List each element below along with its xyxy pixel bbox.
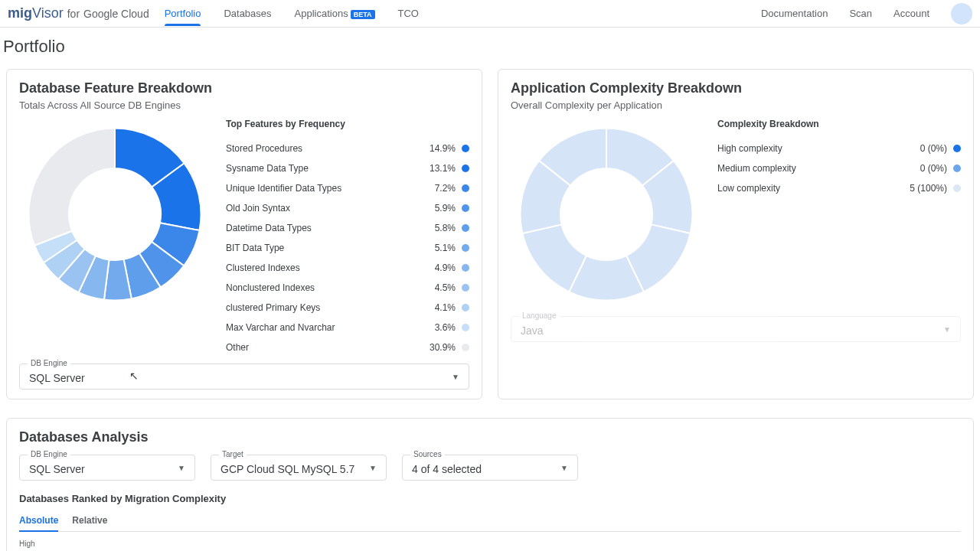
tab-relative[interactable]: Relative	[72, 510, 107, 531]
nav-databases[interactable]: Databases	[224, 2, 271, 25]
filter-value: GCP Cloud SQL MySQL 5.7	[220, 463, 354, 475]
filter-target[interactable]: Target GCP Cloud SQL MySQL 5.7 ▼	[211, 455, 387, 481]
legend-row: Clustered Indexes4.9%	[226, 258, 469, 278]
chevron-down-icon: ▼	[560, 464, 568, 472]
legend-label: Nonclustered Indexes	[226, 282, 435, 293]
legend-row: High complexity0 (0%)	[717, 139, 961, 158]
chevron-down-icon: ▼	[369, 464, 377, 472]
legend-row: Medium complexity0 (0%)	[717, 158, 961, 178]
legend-label: Datetime Data Types	[226, 223, 435, 233]
nav-tco[interactable]: TCO	[398, 2, 419, 25]
feature-legend-title: Top Features by Frequency	[226, 119, 469, 129]
select-value: Java	[521, 324, 544, 337]
legend-pct: 5.1%	[435, 243, 456, 253]
legend-dot	[953, 145, 961, 152]
complexity-legend-title: Complexity Breakdown	[717, 119, 961, 129]
chevron-down-icon: ▼	[452, 373, 459, 381]
legend-label: Unique Identifier Data Types	[226, 183, 435, 194]
page: Portfolio Database Feature Breakdown Tot…	[0, 28, 980, 551]
nav-documentation[interactable]: Documentation	[761, 8, 828, 19]
chevron-down-icon: ▼	[178, 464, 185, 472]
nav-scan[interactable]: Scan	[849, 8, 872, 19]
legend-label: High complexity	[717, 143, 920, 154]
legend-pct: 0 (0%)	[920, 143, 947, 154]
legend-label: Old Join Syntax	[226, 203, 435, 214]
complexity-legend: Complexity Breakdown High complexity0 (0…	[717, 119, 961, 310]
legend-dot	[462, 244, 469, 252]
legend-row: Max Varchar and Nvarchar3.6%	[226, 318, 469, 337]
tabs: Absolute Relative	[19, 510, 961, 532]
legend-label: Medium complexity	[717, 163, 920, 174]
legend-row: Unique Identifier Data Types7.2%	[226, 178, 469, 198]
legend-pct: 7.2%	[435, 183, 456, 194]
complexity-card-title: Application Complexity Breakdown	[511, 80, 961, 96]
legend-pct: 13.1%	[430, 163, 456, 174]
page-title: Portfolio	[3, 37, 974, 57]
legend-label: Low complexity	[717, 183, 910, 194]
legend-dot	[462, 145, 469, 152]
legend-label: clustered Primary Keys	[226, 302, 435, 313]
analysis-section: Databases Analysis DB Engine SQL Server …	[6, 418, 974, 551]
logo-google: Google Cloud	[83, 8, 149, 20]
filter-label: Target	[219, 450, 247, 458]
legend-row: Stored Procedures14.9%	[226, 139, 469, 158]
nav-right: Documentation Scan Account	[761, 3, 972, 24]
filter-label: DB Engine	[28, 450, 70, 458]
chevron-down-icon: ▼	[943, 325, 951, 334]
legend-row: BIT Data Type5.1%	[226, 238, 469, 258]
legend-row: Old Join Syntax5.9%	[226, 198, 469, 218]
complexity-language-select[interactable]: Language Java ▼	[511, 316, 961, 342]
legend-row: Low complexity5 (100%)	[717, 178, 961, 198]
beta-badge: BETA	[351, 10, 375, 19]
logo-for: for	[67, 8, 80, 20]
avatar[interactable]	[951, 3, 972, 24]
legend-dot	[462, 204, 469, 212]
legend-label: Max Varchar and Nvarchar	[226, 322, 435, 333]
legend-pct: 5.8%	[435, 223, 456, 233]
logo-mig: mig	[8, 5, 32, 21]
feature-card-title: Database Feature Breakdown	[19, 80, 469, 96]
top-nav: migVisor for Google Cloud Portfolio Data…	[0, 0, 980, 28]
filter-engine[interactable]: DB Engine SQL Server ▼	[19, 455, 195, 481]
legend-label: Clustered Indexes	[226, 262, 435, 273]
legend-dot	[462, 344, 469, 351]
filter-sources[interactable]: Sources 4 of 4 selected ▼	[402, 455, 578, 481]
filters-row: DB Engine SQL Server ▼ Target GCP Cloud …	[19, 455, 961, 481]
filter-value: 4 of 4 selected	[412, 463, 482, 475]
complexity-donut	[511, 119, 702, 310]
legend-pct: 4.1%	[435, 302, 456, 313]
legend-row: clustered Primary Keys4.1%	[226, 298, 469, 318]
legend-dot	[462, 264, 469, 272]
complexity-card: Application Complexity Breakdown Overall…	[498, 69, 974, 399]
legend-pct: 5 (100%)	[910, 183, 947, 194]
nav-applications-label: Applications	[295, 8, 348, 19]
legend-dot	[462, 304, 469, 311]
nav-applications[interactable]: ApplicationsBETA	[295, 2, 375, 25]
legend-dot	[462, 284, 469, 292]
nav-portfolio[interactable]: Portfolio	[165, 2, 201, 25]
legend-label: Sysname Data Type	[226, 163, 430, 174]
feature-legend: Top Features by Frequency Stored Procedu…	[226, 119, 469, 357]
feature-donut	[19, 119, 211, 310]
tab-absolute[interactable]: Absolute	[19, 510, 58, 532]
feature-card-subtitle: Totals Across All Source DB Engines	[19, 99, 469, 111]
legend-pct: 0 (0%)	[920, 163, 947, 174]
legend-row: Nonclustered Indexes4.5%	[226, 278, 469, 298]
legend-pct: 4.5%	[435, 282, 456, 293]
legend-pct: 3.6%	[435, 322, 456, 333]
ranked-title: Databases Ranked by Migration Complexity	[19, 493, 961, 504]
nav-account[interactable]: Account	[893, 8, 929, 19]
legend-pct: 30.9%	[430, 342, 456, 353]
ranked-chart: High	[19, 540, 961, 551]
feature-engine-select[interactable]: DB Engine SQL Server ▼	[19, 364, 469, 390]
legend-pct: 4.9%	[435, 262, 456, 273]
feature-donut-svg	[19, 119, 211, 310]
legend-dot	[953, 165, 961, 172]
logo: migVisor for Google Cloud	[8, 5, 149, 21]
cards-row: Database Feature Breakdown Totals Across…	[6, 69, 974, 399]
legend-pct: 14.9%	[430, 143, 456, 154]
filter-value: SQL Server	[29, 463, 85, 475]
legend-label: BIT Data Type	[226, 243, 435, 253]
feature-card: Database Feature Breakdown Totals Across…	[6, 69, 482, 399]
filter-label: Sources	[410, 450, 445, 458]
